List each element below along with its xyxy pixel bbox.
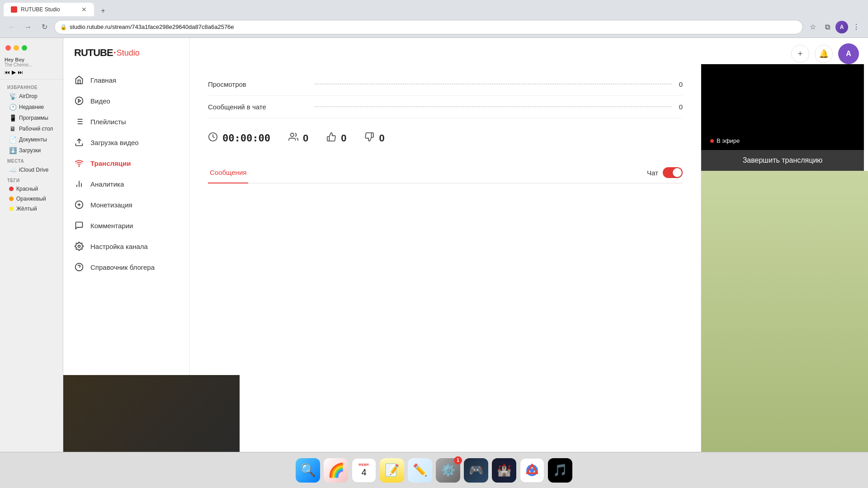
user-avatar[interactable]: A — [838, 43, 859, 64]
messages-label: Сообщений в чате — [208, 103, 307, 111]
downloads-icon: ⬇️ — [9, 147, 16, 154]
likes-value: 0 — [341, 132, 346, 144]
prefs-dock-icon: ⚙️ — [441, 463, 455, 477]
nav-upload-label: Загрузка видео — [90, 139, 139, 146]
finder-item-recent[interactable]: 🕐 Недавние — [2, 102, 61, 113]
chrome-menu-button[interactable]: ⋮ — [850, 21, 863, 33]
tags-section-label: Теги — [0, 175, 63, 184]
nav-item-playlists[interactable]: Плейлисты — [63, 111, 189, 132]
places-section-label: Места — [0, 156, 63, 164]
stream-preview-video: В эфире — [701, 64, 864, 150]
messages-dots-line — [315, 106, 672, 107]
finder-item-airdrop[interactable]: 📡 AirDrop — [2, 91, 61, 102]
dock-item-castle[interactable]: 🏰 — [492, 458, 516, 483]
messages-tabs: Сообщения Чат — [208, 162, 683, 183]
nav-comments-label: Комментарии — [90, 222, 133, 230]
nav-item-help[interactable]: Справочник блогера — [63, 257, 189, 277]
extensions-button[interactable]: ⧉ — [821, 21, 834, 33]
svg-marker-1 — [78, 99, 80, 103]
finder-item-icloud[interactable]: ☁️ iCloud Drive — [2, 164, 61, 175]
maximize-window-btn[interactable] — [22, 45, 27, 51]
steam-dock-icon: 🎮 — [469, 463, 483, 477]
messages-section: Сообщения Чат — [208, 162, 683, 183]
thumbs-up-icon — [326, 132, 336, 144]
dock-item-spotify[interactable]: 🎵 — [548, 458, 572, 483]
timer-value: 00:00:00 — [222, 132, 270, 144]
svg-point-9 — [79, 166, 80, 167]
dock-item-photos[interactable]: 🌈 — [324, 458, 348, 483]
finder-tag-yellow[interactable]: Жёлтый — [2, 204, 61, 214]
dock-item-calendar[interactable]: ФЕВР. 4 — [352, 458, 376, 483]
icloud-icon: ☁️ — [9, 166, 16, 174]
finder-item-programs[interactable]: 📱 Программы — [2, 113, 61, 123]
close-window-btn[interactable] — [5, 45, 11, 51]
forward-button[interactable]: → — [22, 21, 34, 33]
views-value: 0 — [679, 80, 683, 88]
finder-item-desktop[interactable]: 🖥 Рабочий стол — [2, 123, 61, 134]
nav-item-monetize[interactable]: Монетизация — [63, 194, 189, 215]
recent-icon: 🕐 — [9, 103, 16, 111]
finder-icloud-label: iCloud Drive — [19, 167, 48, 173]
end-stream-button[interactable]: Завершить трансляцию — [701, 150, 864, 171]
browser-tab[interactable]: RUTUBE Studio ✕ — [4, 3, 94, 16]
live-dot-indicator — [710, 139, 714, 143]
next-track-btn[interactable]: ⏭ — [18, 69, 23, 75]
live-text: В эфире — [717, 137, 740, 144]
castle-dock-icon: 🏰 — [497, 463, 511, 477]
tab-close-btn[interactable]: ✕ — [81, 6, 87, 13]
viewers-value: 0 — [303, 132, 308, 144]
messages-value: 0 — [679, 103, 683, 111]
add-stream-button[interactable]: + — [791, 45, 809, 63]
nav-item-analytics[interactable]: Аналитика — [63, 174, 189, 194]
finder-tag-orange[interactable]: Оранжевый — [2, 194, 61, 204]
calendar-day: 4 — [361, 467, 366, 478]
home-icon — [74, 75, 84, 85]
chat-toggle-switch[interactable] — [663, 167, 683, 178]
add-icon: + — [798, 49, 803, 59]
address-bar[interactable]: 🔒 studio.rutube.ru/stream/743a1face298e2… — [54, 20, 803, 34]
nav-item-video[interactable]: Видео — [63, 90, 189, 111]
chat-label: Чат — [647, 169, 658, 177]
nav-item-upload[interactable]: Загрузка видео — [63, 132, 189, 153]
reload-button[interactable]: ↻ — [38, 21, 51, 33]
finder-item-downloads[interactable]: ⬇️ Загрузки — [2, 145, 61, 156]
right-panel: В эфире Завершить трансляцию — [701, 64, 868, 452]
dock-item-steam[interactable]: 🎮 — [464, 458, 488, 483]
dock-item-finder[interactable]: 🔍 — [296, 458, 320, 483]
finder-item-docs[interactable]: 📄 Документы — [2, 134, 61, 145]
finder-tag-red[interactable]: Красный — [2, 184, 61, 194]
dock-item-freeform[interactable]: ✏️ — [408, 458, 432, 483]
nav-item-streams[interactable]: Трансляции — [63, 153, 189, 174]
nav-item-home[interactable]: Главная — [63, 70, 189, 90]
desktop-icon: 🖥 — [9, 125, 16, 132]
spotify-dock-icon: 🎵 — [553, 463, 567, 477]
bookmark-button[interactable]: ☆ — [807, 21, 819, 33]
finder-docs-label: Документы — [19, 136, 47, 143]
red-dot-icon — [9, 187, 14, 191]
notifications-button[interactable]: 🔔 — [815, 45, 833, 63]
dock-item-prefs[interactable]: ⚙️ 1 — [436, 458, 460, 483]
rutube-logo: RUTUBE · Studio — [63, 47, 189, 70]
finder-airdrop-label: AirDrop — [19, 93, 38, 99]
messages-tab[interactable]: Сообщения — [208, 162, 248, 183]
photos-dock-icon: 🌈 — [328, 462, 344, 478]
finder-downloads-label: Загрузки — [19, 147, 41, 154]
new-tab-button[interactable]: + — [98, 5, 108, 16]
lock-icon: 🔒 — [60, 24, 67, 30]
nav-item-channel-settings[interactable]: Настройка канала — [63, 236, 189, 257]
nav-analytics-label: Аналитика — [90, 180, 124, 188]
chrome-profile-avatar[interactable]: A — [835, 21, 848, 33]
finder-sidebar: Hey Boy The Chemic... ⏮ ▶ ⏭ Избранное 📡 … — [0, 38, 63, 452]
tab-title: RUTUBE Studio — [21, 6, 60, 13]
svg-point-20 — [291, 133, 294, 136]
play-pause-btn[interactable]: ▶ — [12, 69, 16, 75]
minimize-window-btn[interactable] — [14, 45, 19, 51]
nav-item-comments[interactable]: Комментарии — [63, 215, 189, 236]
dock-item-chrome[interactable] — [520, 458, 544, 483]
dock-item-notes[interactable]: 📝 — [380, 458, 404, 483]
nav-video-label: Видео — [90, 97, 110, 105]
rutube-nav: Главная Видео — [63, 70, 189, 277]
back-button[interactable]: ← — [5, 21, 18, 33]
prev-track-btn[interactable]: ⏮ — [5, 69, 10, 75]
dislikes-metric: 0 — [364, 132, 384, 144]
